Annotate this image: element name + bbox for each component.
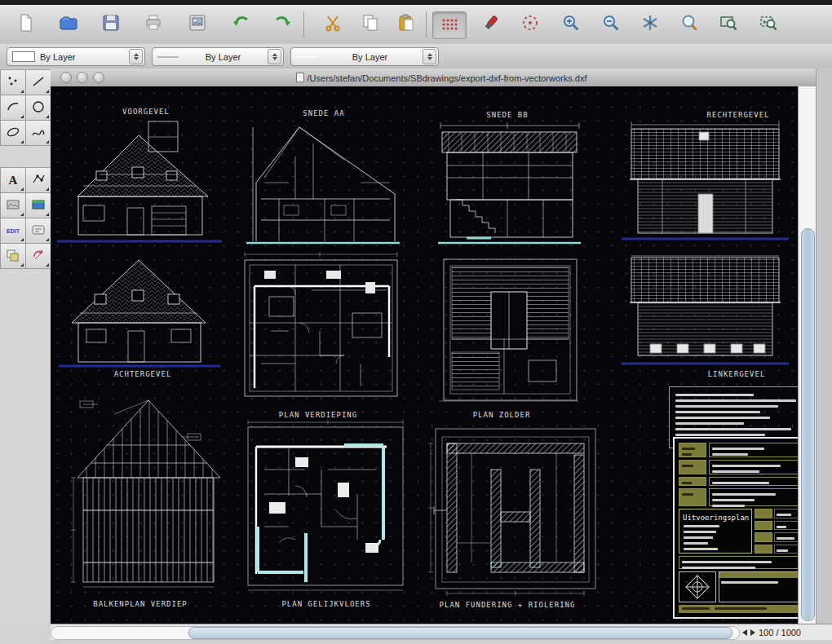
printer-icon xyxy=(144,13,163,36)
duplicate-tool-button[interactable] xyxy=(0,243,26,269)
vertical-scrollbar-thumb[interactable] xyxy=(801,228,815,621)
ellipse-icon xyxy=(5,124,21,143)
toolbar-separator xyxy=(303,11,304,37)
circle-icon xyxy=(30,99,46,117)
duplicate-icon xyxy=(5,247,21,266)
edit-tool-button[interactable]: EDIT xyxy=(0,218,26,244)
window-right-edge xyxy=(816,68,832,644)
export-image-button[interactable] xyxy=(184,11,210,37)
image-tool-button[interactable] xyxy=(0,192,26,218)
drawing-plan-zolder xyxy=(439,259,579,401)
label-voorgevel: VOORGEVEL xyxy=(122,108,170,116)
arc-tool-button[interactable] xyxy=(0,95,26,121)
zoom-status: 100 / 1000 xyxy=(742,624,832,641)
nodes-tool-button[interactable] xyxy=(25,167,51,193)
clipboard-icon xyxy=(396,13,416,36)
snap-button[interactable] xyxy=(517,11,543,37)
drawing-plan-gelijkvloers xyxy=(248,420,403,590)
zoom-increase-arrow[interactable] xyxy=(750,629,755,636)
paste-button[interactable] xyxy=(393,11,419,37)
print-button[interactable] xyxy=(140,11,166,37)
label-plan-verdieping: PLAN VERDIEPING xyxy=(279,411,357,419)
magnifier-icon xyxy=(679,13,699,36)
undo-button[interactable] xyxy=(228,11,254,37)
arc-icon xyxy=(5,99,21,117)
zoom-decrease-arrow[interactable] xyxy=(742,629,747,636)
drawing-snede-bb xyxy=(438,122,581,243)
rotate-tool-button[interactable] xyxy=(25,243,51,269)
new-document-button[interactable] xyxy=(13,11,39,37)
zoom-previous-button[interactable] xyxy=(755,11,781,37)
layer-linetype-swatch xyxy=(157,56,179,58)
undo-arrow-icon xyxy=(232,13,251,36)
label-balkenplan: BALKENPLAN VERDIEP xyxy=(93,600,188,608)
zoom-window-button[interactable] xyxy=(715,11,741,37)
lineweight-by-layer-dropdown[interactable]: By Layer xyxy=(290,47,439,66)
horizontal-scrollbar-thumb[interactable] xyxy=(188,627,732,639)
zoom-in-button[interactable] xyxy=(558,11,584,37)
drawing-rechtergevel xyxy=(622,121,789,239)
title-block-row xyxy=(679,488,798,506)
label-rechtergevel: RECHTERGEVEL xyxy=(706,111,769,119)
horizontal-scrollbar[interactable] xyxy=(51,626,740,640)
window-title: /Users/stefan/Documents/SBdrawings/expor… xyxy=(51,73,832,83)
zoom-window-icon xyxy=(719,13,738,36)
redo-button[interactable] xyxy=(269,11,295,37)
title-block: Uitvoeringsplan xyxy=(673,437,798,619)
pan-button[interactable] xyxy=(637,11,663,37)
image-export-icon xyxy=(188,13,207,36)
stepper-arrows-icon[interactable] xyxy=(268,49,281,64)
line-tool-button[interactable] xyxy=(25,69,51,95)
drawing-balkenplan xyxy=(71,396,220,587)
toolbar-separator xyxy=(426,11,427,37)
title-block-values xyxy=(755,509,798,554)
save-floppy-icon xyxy=(101,13,121,36)
circle-tool-button[interactable] xyxy=(25,95,51,121)
snap-circle-icon xyxy=(520,13,540,36)
label-plan-zolder: PLAN ZOLDER xyxy=(473,411,531,419)
label-plan-gelijkvloers: PLAN GELIJKVLOERS xyxy=(281,600,370,608)
color-by-layer-dropdown[interactable]: By Layer xyxy=(7,47,145,66)
stepper-arrows-icon[interactable] xyxy=(129,49,143,64)
text-tool-button[interactable]: A xyxy=(0,167,26,193)
eraser-button[interactable] xyxy=(478,11,504,37)
linetype-by-layer-dropdown[interactable]: By Layer xyxy=(152,47,284,66)
zoom-indicator-text: 100 / 1000 xyxy=(759,628,801,637)
zoom-out-button[interactable] xyxy=(598,11,624,37)
ellipse-tool-button[interactable] xyxy=(0,120,26,146)
document-titlebar[interactable]: /Users/stefan/Documents/SBdrawings/expor… xyxy=(51,68,832,87)
title-block-remarks xyxy=(719,571,798,602)
vertical-scrollbar[interactable] xyxy=(798,86,817,624)
rotate-icon xyxy=(30,247,46,266)
new-document-icon xyxy=(16,13,36,36)
layer-linetype-value: By Layer xyxy=(184,52,263,62)
label-linkergevel: LINKERGEVEL xyxy=(708,370,766,378)
drawing-canvas[interactable]: VOORGEVEL SNEDE AA SNEDE BB RECHTERGEVEL… xyxy=(51,86,798,624)
spline-tool-button[interactable] xyxy=(25,120,51,146)
grid-dots-icon xyxy=(440,14,459,37)
zoom-previous-icon xyxy=(759,13,778,36)
title-block-row xyxy=(679,477,798,486)
open-button[interactable] xyxy=(55,11,82,37)
layer-controls-bar: By Layer By Layer By Layer xyxy=(0,44,832,69)
window-bottom-edge xyxy=(51,640,832,644)
grid-toggle-button[interactable] xyxy=(432,11,467,39)
save-button[interactable] xyxy=(98,11,124,37)
magnify-button[interactable] xyxy=(676,11,702,37)
document-proxy-icon xyxy=(296,73,304,82)
tool-palette: A EDIT xyxy=(0,68,51,644)
text-tool-icon: A xyxy=(9,174,18,187)
edit-tool-icon: EDIT xyxy=(7,228,20,234)
viewport-icon xyxy=(30,196,46,215)
zoom-out-icon xyxy=(601,13,621,36)
spline-icon xyxy=(30,124,46,143)
copy-button[interactable] xyxy=(357,11,383,37)
architect-stamp-logo xyxy=(679,571,716,602)
stepper-arrows-icon[interactable] xyxy=(423,49,436,64)
main-toolbar xyxy=(0,5,832,45)
line-icon xyxy=(30,73,46,92)
cut-button[interactable] xyxy=(320,11,346,37)
edit-attributes-tool-button[interactable] xyxy=(25,218,51,244)
viewport-tool-button[interactable] xyxy=(25,192,51,218)
points-tool-button[interactable] xyxy=(0,69,26,95)
